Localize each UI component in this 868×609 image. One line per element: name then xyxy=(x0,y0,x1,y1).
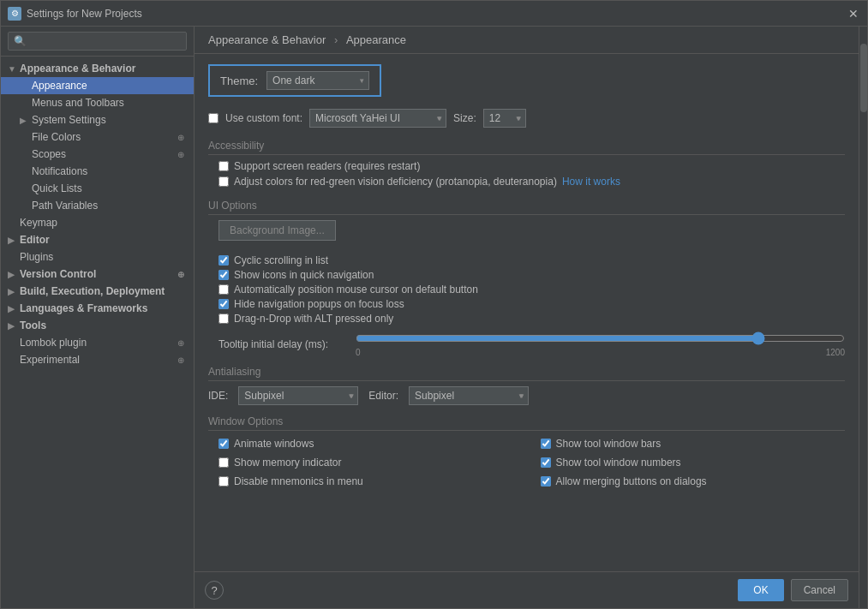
no-arrow xyxy=(8,253,20,262)
sidebar-item-quick-lists[interactable]: Quick Lists xyxy=(1,180,194,197)
window-controls: ✕ xyxy=(847,7,860,21)
size-input[interactable] xyxy=(483,109,526,128)
sidebar-item-menus-toolbars[interactable]: Menus and Toolbars xyxy=(1,94,194,111)
scrollbar-thumb xyxy=(860,44,867,112)
ide-antialias-select[interactable]: Subpixel Greyscale No antialiasing xyxy=(238,386,358,405)
tooltip-delay-slider[interactable] xyxy=(356,331,845,345)
antialiasing-header: Antialiasing xyxy=(208,366,845,381)
show-tool-window-numbers-label: Show tool window numbers xyxy=(556,457,681,469)
hide-nav-checkbox[interactable] xyxy=(218,299,229,309)
scrollbar[interactable] xyxy=(859,27,867,608)
editor-antialias-label: Editor: xyxy=(368,390,398,402)
screen-readers-row: Support screen readers (requires restart… xyxy=(218,160,845,172)
no-arrow xyxy=(20,133,32,142)
cyclic-scrolling-label: Cyclic scrolling in list xyxy=(234,254,328,266)
disable-mnemonics-label: Disable mnemonics in menu xyxy=(234,475,363,487)
animate-windows-label: Animate windows xyxy=(234,438,314,450)
ide-antialias-label: IDE: xyxy=(208,390,228,402)
sidebar-item-experimental[interactable]: Experimental ⊕ xyxy=(1,351,194,368)
theme-select-wrapper: One dark Darcula IntelliJ Light High con… xyxy=(266,71,369,90)
sidebar-item-version-control[interactable]: ▶ Version Control ⊕ xyxy=(1,266,194,283)
font-input[interactable] xyxy=(309,109,446,128)
nav-tree: ▼ Appearance & Behavior Appearance Menus… xyxy=(1,57,194,608)
show-memory-checkbox[interactable] xyxy=(218,457,229,468)
auto-position-label: Automatically position mouse cursor on d… xyxy=(234,284,478,296)
show-tool-window-numbers-checkbox[interactable] xyxy=(541,457,551,468)
sidebar-item-path-variables[interactable]: Path Variables xyxy=(1,197,194,214)
tooltip-slider-container: 0 1200 xyxy=(356,331,845,357)
sidebar-item-lombok[interactable]: Lombok plugin ⊕ xyxy=(1,334,194,351)
ide-antialias-wrapper: Subpixel Greyscale No antialiasing ▼ xyxy=(238,386,358,405)
sidebar-item-notifications[interactable]: Notifications xyxy=(1,163,194,180)
cyclic-scrolling-checkbox[interactable] xyxy=(218,255,229,266)
sidebar-item-tools[interactable]: ▶ Tools xyxy=(1,317,194,334)
editor-antialias-wrapper: Subpixel Greyscale No antialiasing ▼ xyxy=(409,386,529,405)
slider-min: 0 xyxy=(356,348,361,357)
no-arrow xyxy=(20,184,32,194)
show-tool-window-numbers-row: Show tool window numbers xyxy=(541,457,846,469)
accessibility-section: Support screen readers (requires restart… xyxy=(218,160,845,188)
animate-windows-checkbox[interactable] xyxy=(218,439,229,449)
sidebar-item-plugins[interactable]: Plugins xyxy=(1,248,194,266)
settings-body: Theme: One dark Darcula IntelliJ Light H… xyxy=(195,54,859,571)
sidebar-item-label: Path Variables xyxy=(32,200,98,212)
sidebar-item-languages-frameworks[interactable]: ▶ Languages & Frameworks xyxy=(1,300,194,317)
sidebar-item-label: Keymap xyxy=(20,217,57,229)
expand-arrow: ▶ xyxy=(8,321,20,331)
screen-readers-checkbox[interactable] xyxy=(218,161,229,171)
background-image-button[interactable]: Background Image... xyxy=(218,220,336,241)
hide-nav-row: Hide navigation popups on focus loss xyxy=(218,298,845,310)
app-icon: ⚙ xyxy=(8,7,21,21)
sidebar-item-keymap[interactable]: Keymap xyxy=(1,214,194,231)
show-tool-window-bars-checkbox[interactable] xyxy=(541,439,551,449)
no-arrow xyxy=(20,167,32,176)
dnd-checkbox[interactable] xyxy=(218,313,229,324)
custom-font-checkbox[interactable] xyxy=(208,113,218,123)
adjust-colors-checkbox[interactable] xyxy=(218,176,229,187)
sidebar-item-appearance-behavior[interactable]: ▼ Appearance & Behavior xyxy=(1,60,194,77)
sidebar-item-label: Tools xyxy=(20,319,46,331)
sidebar-item-editor[interactable]: ▶ Editor xyxy=(1,231,194,248)
sidebar-item-build-execution[interactable]: ▶ Build, Execution, Deployment xyxy=(1,283,194,300)
how-it-works-link[interactable]: How it works xyxy=(562,176,620,188)
theme-select[interactable]: One dark Darcula IntelliJ Light High con… xyxy=(266,71,369,90)
slider-ticks: 0 1200 xyxy=(356,348,845,357)
no-arrow xyxy=(20,99,32,108)
disable-mnemonics-checkbox[interactable] xyxy=(218,476,229,487)
dnd-row: Drag-n-Drop with ALT pressed only xyxy=(218,313,845,325)
show-icons-checkbox[interactable] xyxy=(218,270,229,280)
sidebar-item-file-colors[interactable]: File Colors ⊕ xyxy=(1,128,194,146)
close-button[interactable]: ✕ xyxy=(847,7,860,21)
adjust-colors-label: Adjust colors for red-green vision defic… xyxy=(234,176,557,188)
no-arrow xyxy=(20,81,32,91)
antialiasing-section: IDE: Subpixel Greyscale No antialiasing … xyxy=(208,386,845,405)
show-memory-label: Show memory indicator xyxy=(234,457,341,469)
custom-font-label: Use custom font: xyxy=(225,112,302,124)
help-button[interactable]: ? xyxy=(205,581,224,600)
sidebar-item-system-settings[interactable]: ▶ System Settings xyxy=(1,111,194,128)
animate-windows-row: Animate windows xyxy=(218,438,524,450)
ext-icon: ⊕ xyxy=(175,337,187,349)
sidebar-item-scopes[interactable]: Scopes ⊕ xyxy=(1,146,194,163)
font-row: Use custom font: ▼ Size: ▼ xyxy=(208,109,845,128)
no-arrow xyxy=(8,338,20,348)
tooltip-slider-row: Tooltip initial delay (ms): 0 1200 xyxy=(218,331,845,357)
auto-position-checkbox[interactable] xyxy=(218,284,229,295)
allow-merging-row: Allow merging buttons on dialogs xyxy=(541,475,846,487)
slider-max: 1200 xyxy=(826,348,845,357)
allow-merging-checkbox[interactable] xyxy=(541,476,551,487)
sidebar-item-label: File Colors xyxy=(32,131,81,143)
ui-options-section: Background Image... Cyclic scrolling in … xyxy=(218,220,845,357)
auto-position-row: Automatically position mouse cursor on d… xyxy=(218,284,845,296)
search-input[interactable] xyxy=(8,32,187,51)
editor-antialias-select[interactable]: Subpixel Greyscale No antialiasing xyxy=(409,386,529,405)
size-label: Size: xyxy=(453,112,476,124)
sidebar-item-label: Version Control xyxy=(20,268,96,280)
breadcrumb-part1: Appearance & Behavior xyxy=(208,33,326,46)
ok-button[interactable]: OK xyxy=(738,579,783,601)
font-select-wrapper: ▼ xyxy=(309,109,446,128)
cancel-button[interactable]: Cancel xyxy=(791,579,848,601)
sidebar-item-appearance[interactable]: Appearance xyxy=(1,77,194,94)
sidebar-item-label: Menus and Toolbars xyxy=(32,97,124,109)
window-options-header: Window Options xyxy=(208,415,845,431)
